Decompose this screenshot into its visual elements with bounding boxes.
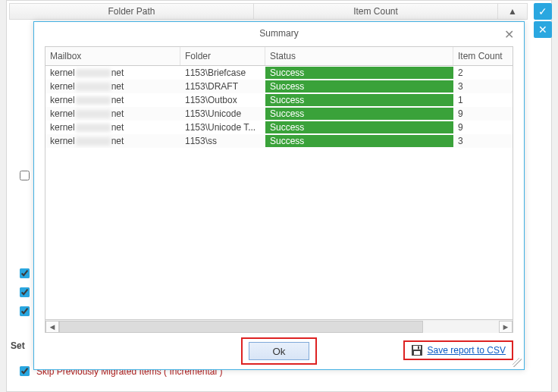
- status-badge: Success: [265, 135, 453, 147]
- col-folder[interactable]: Folder: [180, 47, 265, 65]
- bg-checkbox-3[interactable]: [17, 285, 32, 299]
- dialog-title-bar: Summary ✕: [34, 22, 524, 43]
- cell-count: 1: [453, 93, 513, 107]
- redacted-text: [76, 69, 111, 77]
- col-item-count[interactable]: Item Count: [453, 47, 513, 65]
- grid-header-row: Mailbox Folder Status Item Count: [45, 47, 513, 66]
- dialog-title-text: Summary: [259, 28, 298, 39]
- skip-migrated-checkbox[interactable]: [20, 366, 30, 376]
- redacted-text: [76, 83, 111, 91]
- col-mailbox[interactable]: Mailbox: [45, 47, 180, 65]
- dialog-footer: Ok Save report to CSV: [34, 333, 524, 369]
- horizontal-scrollbar[interactable]: ◄ ►: [45, 319, 513, 333]
- save-icon: [411, 344, 423, 356]
- cell-status: Success: [265, 93, 453, 107]
- close-icon[interactable]: ✕: [501, 27, 516, 42]
- cell-mailbox: kernelnet: [45, 107, 180, 121]
- status-badge: Success: [265, 80, 453, 93]
- cell-folder: 1153\ss: [180, 134, 265, 148]
- cell-mailbox: kernelnet: [45, 134, 180, 148]
- bg-checkbox-4[interactable]: [17, 304, 32, 318]
- summary-dialog: Summary ✕ Mailbox Folder Status Item Cou…: [33, 21, 525, 370]
- bg-col-scroll-up[interactable]: ▲: [498, 4, 527, 19]
- cell-folder: 1153\DRAFT: [180, 80, 265, 93]
- cell-count: 9: [453, 121, 513, 134]
- redacted-text: [76, 96, 111, 105]
- bg-checkbox-1[interactable]: [17, 168, 32, 183]
- table-row[interactable]: kernelnet1153\Unicode T...Success9: [45, 121, 513, 134]
- save-report-link[interactable]: Save report to CSV: [428, 345, 506, 356]
- redacted-text: [76, 124, 111, 132]
- cell-count: 2: [453, 66, 513, 80]
- cell-status: Success: [265, 107, 453, 121]
- scroll-left-icon[interactable]: ◄: [45, 321, 59, 333]
- cell-mailbox: kernelnet: [45, 93, 180, 107]
- bg-checkbox-2[interactable]: [17, 266, 32, 281]
- cell-mailbox: kernelnet: [45, 121, 180, 134]
- grid-body: kernelnet1153\BriefcaseSuccess2kernelnet…: [45, 66, 513, 319]
- scroll-right-icon[interactable]: ►: [499, 321, 513, 333]
- cell-folder: 1153\Briefcase: [180, 66, 265, 80]
- background-columns-header: Folder Path Item Count ▲: [9, 3, 528, 20]
- summary-grid: Mailbox Folder Status Item Count kerneln…: [45, 46, 513, 333]
- clear-all-icon[interactable]: ✕: [534, 21, 552, 38]
- scroll-track[interactable]: [59, 321, 499, 333]
- table-row[interactable]: kernelnet1153\BriefcaseSuccess2: [45, 66, 513, 80]
- bg-col-item-count[interactable]: Item Count: [254, 4, 498, 19]
- redacted-text: [76, 137, 111, 146]
- cell-status: Success: [265, 134, 453, 148]
- table-row[interactable]: kernelnet1153\ssSuccess3: [45, 134, 513, 148]
- cell-status: Success: [265, 121, 453, 134]
- cell-folder: 1153\Unicode: [180, 107, 265, 121]
- svg-rect-1: [413, 346, 421, 350]
- cell-folder: 1153\Outbox: [180, 93, 265, 107]
- col-status[interactable]: Status: [265, 47, 453, 65]
- select-all-icon[interactable]: ✓: [534, 3, 552, 20]
- save-report-highlight-box: Save report to CSV: [403, 340, 513, 360]
- status-badge: Success: [265, 108, 453, 120]
- redacted-text: [76, 110, 111, 118]
- status-badge: Success: [265, 121, 453, 133]
- status-badge: Success: [265, 94, 453, 106]
- svg-rect-3: [418, 347, 419, 350]
- cell-mailbox: kernelnet: [45, 80, 180, 93]
- bg-col-folder-path[interactable]: Folder Path: [10, 4, 254, 19]
- ok-button[interactable]: Ok: [249, 342, 309, 360]
- scroll-thumb[interactable]: [59, 321, 423, 333]
- ok-highlight-box: Ok: [241, 337, 317, 365]
- table-row[interactable]: kernelnet1153\OutboxSuccess1: [45, 93, 513, 107]
- cell-count: 3: [453, 134, 513, 148]
- settings-heading: Set: [11, 340, 25, 351]
- status-badge: Success: [265, 67, 453, 79]
- svg-rect-2: [414, 351, 420, 355]
- cell-count: 9: [453, 107, 513, 121]
- table-row[interactable]: kernelnet1153\UnicodeSuccess9: [45, 107, 513, 121]
- left-checkbox-stack: [17, 168, 32, 318]
- resize-grip-icon[interactable]: [513, 358, 522, 367]
- table-row[interactable]: kernelnet1153\DRAFTSuccess3: [45, 80, 513, 93]
- cell-mailbox: kernelnet: [45, 66, 180, 80]
- right-action-buttons: ✓ ✕: [534, 3, 552, 38]
- cell-count: 3: [453, 80, 513, 93]
- cell-status: Success: [265, 66, 453, 80]
- cell-folder: 1153\Unicode T...: [180, 121, 265, 134]
- cell-status: Success: [265, 80, 453, 93]
